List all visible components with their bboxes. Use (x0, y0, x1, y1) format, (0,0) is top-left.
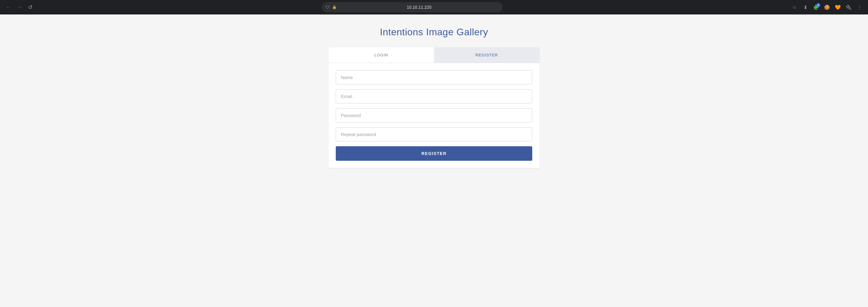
forward-button[interactable]: → (14, 2, 24, 12)
reload-button[interactable]: ↺ (25, 2, 35, 12)
extension-badge: 6 (816, 3, 820, 7)
tab-login[interactable]: LOGIN (329, 47, 434, 63)
address-bar-container: 🛡 🔒 10.10.11.220 (37, 2, 787, 12)
puzzle-button[interactable]: 🔌 (844, 2, 854, 12)
auth-tabs: LOGIN REGISTER (329, 47, 539, 63)
menu-button[interactable]: ⋮ (855, 2, 864, 12)
register-button[interactable]: REGISTER (336, 146, 532, 161)
back-button[interactable]: ← (4, 2, 13, 12)
profile-button[interactable]: 🧡 (833, 2, 843, 12)
auth-container: LOGIN REGISTER REGISTER (329, 47, 539, 168)
security-icon: 🛡 (326, 5, 330, 10)
page-title: Intentions Image Gallery (380, 27, 488, 38)
bookmark-button[interactable]: ☆ (789, 2, 799, 12)
password-input[interactable] (336, 108, 532, 122)
name-input[interactable] (336, 70, 532, 85)
profile-avatar: 🧡 (834, 3, 842, 11)
tab-register[interactable]: REGISTER (434, 47, 539, 63)
avatar-button[interactable]: 🍪 (822, 2, 832, 12)
page-content: Intentions Image Gallery LOGIN REGISTER … (0, 14, 868, 307)
lock-icon: 🔒 (332, 5, 337, 9)
user-avatar: 🍪 (823, 3, 831, 11)
browser-actions: ☆ ⬇ 🧩 6 🍪 🧡 🔌 ⋮ (789, 2, 864, 12)
address-bar[interactable]: 🛡 🔒 10.10.11.220 (322, 2, 503, 12)
register-form: REGISTER (329, 63, 539, 168)
extensions-button[interactable]: 🧩 6 (811, 2, 821, 12)
nav-buttons: ← → ↺ (4, 2, 35, 12)
repeat-password-input[interactable] (336, 127, 532, 142)
download-button[interactable]: ⬇ (801, 2, 810, 12)
url-display: 10.10.11.220 (339, 5, 499, 10)
email-input[interactable] (336, 89, 532, 103)
browser-chrome: ← → ↺ 🛡 🔒 10.10.11.220 ☆ ⬇ 🧩 6 🍪 🧡 🔌 ⋮ (0, 0, 868, 14)
